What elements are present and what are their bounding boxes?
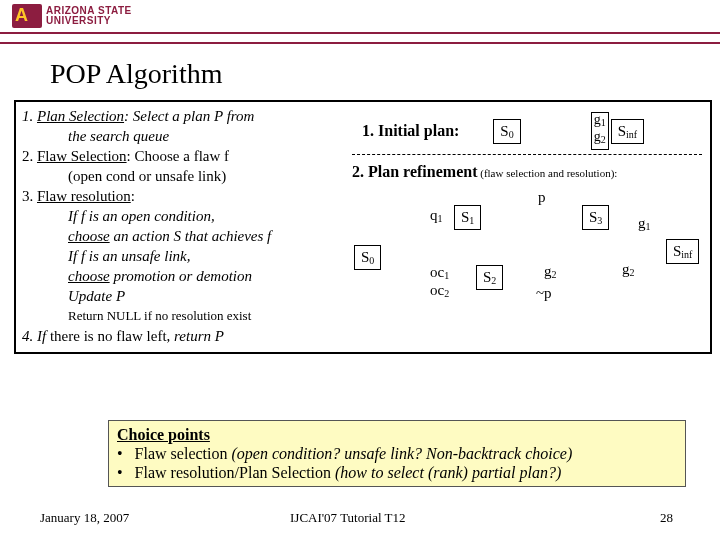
algo-l10: Update P <box>22 286 352 306</box>
s0-box-top: S0 <box>493 119 520 144</box>
uni-line2: UNIVERSITY <box>46 16 132 26</box>
sinf-box-top: Sinf <box>611 119 644 144</box>
algo-l2: the search queue <box>22 126 352 146</box>
s3-box: S3 <box>582 205 609 230</box>
algo-l1: 1. Plan Selection: Select a plan P from <box>22 106 352 126</box>
s1-box: S1 <box>454 205 481 230</box>
algo-l6: If f is an open condition, <box>22 206 352 226</box>
asu-logo: ARIZONA STATE UNIVERSITY <box>12 4 132 28</box>
initial-plan-label: 1. Initial plan: <box>362 122 459 140</box>
initial-plan-row: 1. Initial plan: S0 g1 g2 Sinf <box>352 112 706 150</box>
s2-box: S2 <box>476 265 503 290</box>
s0-box: S0 <box>354 245 381 270</box>
header-rule-1 <box>0 32 720 34</box>
footer-date: January 18, 2007 <box>40 510 129 526</box>
algo-l12: 4. If there is no flaw left, return P <box>22 326 352 346</box>
asu-logo-mark <box>12 4 42 28</box>
asu-logo-text: ARIZONA STATE UNIVERSITY <box>46 6 132 26</box>
algorithm-text: 1. Plan Selection: Select a plan P from … <box>18 106 352 346</box>
algo-l5: 3. Flaw resolution: <box>22 186 352 206</box>
slide-header: ARIZONA STATE UNIVERSITY <box>0 0 720 42</box>
diagram-panel: 1. Initial plan: S0 g1 g2 Sinf 2. Plan r… <box>352 106 706 346</box>
divider-dashed <box>352 154 702 155</box>
refinement-diagram: S0 q1 S1 p S3 g1 oc1 oc2 S2 g2 ~p g2 Sin <box>352 183 706 311</box>
choice-bullet-2: • Flaw resolution/Plan Selection (how to… <box>117 463 677 482</box>
g1-label: g1 <box>638 215 651 232</box>
g2-label-right: g2 <box>622 261 635 278</box>
notp-label: ~p <box>536 285 552 302</box>
plan-refinement-label: 2. Plan refinement (flaw selection and r… <box>352 163 706 181</box>
choice-heading: Choice points <box>117 426 210 443</box>
choice-bullet-1: • Flaw selection (open condition? unsafe… <box>117 444 677 463</box>
footer-page: 28 <box>660 510 673 526</box>
algo-l7: choose an action S that achieves f <box>22 226 352 246</box>
p-label: p <box>538 189 546 206</box>
footer-venue: IJCAI'07 Tutorial T12 <box>290 510 406 526</box>
algo-l9: choose promotion or demotion <box>22 266 352 286</box>
sinf-box: Sinf <box>666 239 699 264</box>
g-goals-top: g1 g2 <box>591 112 609 150</box>
choice-points-box: Choice points • Flaw selection (open con… <box>108 420 686 487</box>
g2-label-mid: g2 <box>544 263 557 280</box>
main-panel: 1. Plan Selection: Select a plan P from … <box>14 100 712 354</box>
algo-l11: Return NULL if no resolution exist <box>22 306 352 326</box>
algo-l4: (open cond or unsafe link) <box>22 166 352 186</box>
slide-title: POP Algorithm <box>50 58 222 90</box>
header-rule-2 <box>0 42 720 44</box>
algo-l8: If f is an unsafe link, <box>22 246 352 266</box>
q1-label: q1 <box>430 207 443 224</box>
oc-labels: oc1 oc2 <box>430 265 449 301</box>
algo-l3: 2. Flaw Selection: Choose a flaw f <box>22 146 352 166</box>
